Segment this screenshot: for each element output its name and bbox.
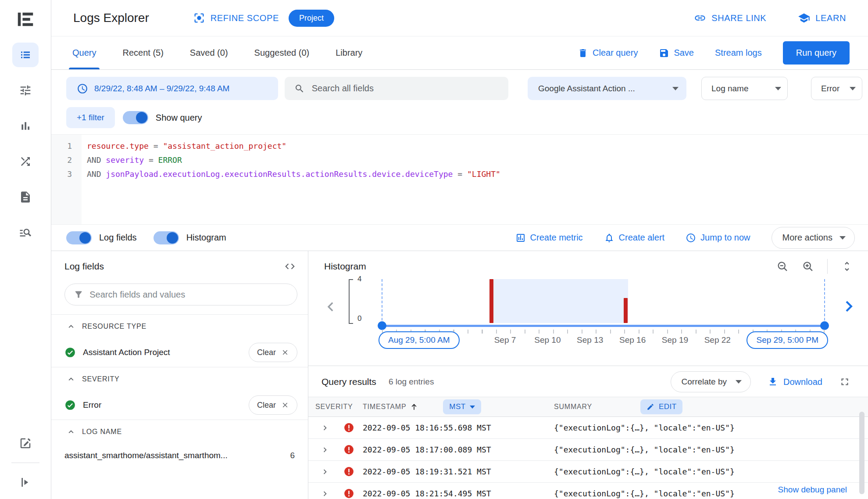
- log-name-dropdown[interactable]: Log name: [701, 77, 788, 100]
- severity-cell: [335, 488, 363, 499]
- search-all-fields-input[interactable]: [312, 83, 499, 93]
- row-summary: {"executionLog":{…}, "locale":"en-US"}: [554, 467, 868, 476]
- clear-query-button[interactable]: Clear query: [578, 48, 638, 58]
- zoom-in-button[interactable]: [802, 260, 814, 273]
- rail-item-compose[interactable]: [12, 431, 39, 456]
- column-severity[interactable]: SEVERITY: [315, 403, 363, 411]
- summary-column-label: SUMMARY: [554, 403, 592, 411]
- create-alert-button[interactable]: Create alert: [604, 233, 665, 243]
- correlate-by-dropdown[interactable]: Correlate by: [671, 371, 751, 392]
- x-tick-label: Sep 19: [662, 335, 688, 345]
- show-query-toggle[interactable]: [123, 111, 148, 124]
- tab-suggested[interactable]: Suggested (0): [241, 36, 323, 69]
- create-metric-button[interactable]: Create metric: [515, 233, 583, 243]
- column-timestamp[interactable]: TIMESTAMP MST: [363, 399, 554, 414]
- code-brackets-icon[interactable]: [284, 261, 296, 272]
- severity-dropdown[interactable]: Error: [811, 77, 862, 100]
- tab-recent[interactable]: Recent (5): [109, 36, 176, 69]
- histogram-toggle-label: Histogram: [186, 233, 226, 243]
- refine-scope-button[interactable]: REFINE SCOPE: [193, 12, 279, 24]
- top-bar-right: SHARE LINK LEARN: [694, 12, 846, 24]
- table-row[interactable]: 2022-09-05 18:19:31.521 MST {"executionL…: [308, 461, 868, 483]
- token-field: severity: [106, 155, 144, 165]
- expand-row-button[interactable]: [315, 489, 335, 499]
- expand-row-button[interactable]: [315, 445, 335, 455]
- left-nav-rail: [0, 0, 51, 499]
- chevron-down-icon: [672, 87, 679, 90]
- range-start-pill[interactable]: Aug 29, 5:00 AM: [379, 331, 460, 349]
- clear-filter-button[interactable]: Clear: [249, 343, 297, 362]
- rail-item-metrics[interactable]: [12, 114, 39, 138]
- token-enum: ERROR: [158, 155, 182, 165]
- histogram-plot[interactable]: [382, 279, 825, 323]
- section-resource-type[interactable]: RESOURCE TYPE: [51, 314, 308, 338]
- search-all-fields-box[interactable]: [285, 77, 508, 100]
- token-operator: =: [453, 169, 467, 179]
- tab-library[interactable]: Library: [322, 36, 375, 69]
- log-fields-toggle[interactable]: [66, 231, 92, 244]
- edit-label: EDIT: [659, 402, 676, 411]
- edit-summary-button[interactable]: EDIT: [640, 399, 682, 414]
- pan-left-button[interactable]: [323, 299, 338, 314]
- resource-filter-label: Google Assistant Action ...: [538, 84, 635, 93]
- learn-button[interactable]: LEARN: [798, 12, 846, 24]
- fields-search-input[interactable]: [89, 290, 288, 300]
- show-debug-panel-link[interactable]: Show debug panel: [775, 483, 850, 496]
- results-scrollbar[interactable]: [859, 412, 864, 494]
- query-editor[interactable]: 1 2 3 resource.type = "assistant_action_…: [51, 134, 868, 225]
- resource-filter-dropdown[interactable]: Google Assistant Action ...: [528, 77, 686, 100]
- slider-handle-end[interactable]: [820, 321, 829, 330]
- slider-handle-start[interactable]: [378, 321, 386, 330]
- more-actions-button[interactable]: More actions: [772, 227, 855, 249]
- add-filter-button[interactable]: +1 filter: [66, 107, 115, 128]
- range-end-pill[interactable]: Sep 29, 5:00 PM: [747, 331, 828, 349]
- table-row[interactable]: 2022-09-05 18:17:00.089 MST {"executionL…: [308, 439, 868, 461]
- section-log-name[interactable]: LOG NAME: [51, 420, 308, 443]
- expand-histogram-button[interactable]: [841, 260, 853, 273]
- x-tick-label: Sep 16: [619, 335, 646, 345]
- column-summary: SUMMARY EDIT: [554, 399, 868, 414]
- jump-to-now-button[interactable]: Jump to now: [686, 233, 750, 243]
- save-button[interactable]: Save: [659, 48, 694, 58]
- run-query-button[interactable]: Run query: [783, 41, 850, 65]
- panel-open-icon: [19, 476, 32, 489]
- error-severity-icon: [343, 488, 354, 499]
- create-alert-label: Create alert: [619, 233, 665, 243]
- expand-row-button[interactable]: [315, 423, 335, 433]
- tab-query[interactable]: Query: [59, 36, 109, 69]
- clear-filter-button[interactable]: Clear: [249, 395, 297, 415]
- download-button[interactable]: Download: [768, 377, 822, 387]
- stream-logs-button[interactable]: Stream logs: [715, 48, 762, 58]
- chevron-down-icon: [839, 236, 846, 240]
- histogram-toggle-group: Histogram: [154, 231, 226, 244]
- rail-item-log-analytics[interactable]: [12, 220, 39, 245]
- share-link-button[interactable]: SHARE LINK: [694, 12, 766, 24]
- row-summary: {"executionLog":{…}, "locale":"en-US"}: [554, 423, 868, 432]
- field-item-severity[interactable]: Error Clear: [51, 391, 308, 420]
- compose-edit-icon: [19, 437, 32, 450]
- query-code[interactable]: resource.type = "assistant_action_projec…: [82, 135, 868, 224]
- rail-item-log-router[interactable]: [12, 149, 39, 174]
- field-item-resource-type[interactable]: Assistant Action Project Clear: [51, 338, 308, 367]
- query-line-1: resource.type = "assistant_action_projec…: [87, 139, 868, 153]
- field-item-label: Assistant Action Project: [83, 348, 170, 357]
- rail-item-dashboard[interactable]: [12, 78, 39, 103]
- expand-row-button[interactable]: [315, 467, 335, 477]
- zoom-out-button[interactable]: [776, 260, 789, 273]
- fullscreen-button[interactable]: [839, 376, 850, 388]
- time-range-filter[interactable]: 8/29/22, 8:48 AM – 9/29/22, 9:48 AM: [66, 77, 278, 100]
- time-range-slider[interactable]: [382, 325, 825, 327]
- field-item-log-name[interactable]: assistant_smarthome/assistant_smarthom..…: [51, 443, 308, 468]
- sort-ascending-icon[interactable]: [410, 402, 418, 411]
- rail-item-logs-explorer[interactable]: [12, 43, 39, 67]
- tab-saved[interactable]: Saved (0): [177, 36, 241, 69]
- table-row[interactable]: 2022-09-05 18:16:55.698 MST {"executionL…: [308, 417, 868, 439]
- pan-right-button[interactable]: [840, 298, 857, 315]
- fields-search-box[interactable]: [64, 284, 297, 305]
- histogram-toggle[interactable]: [154, 231, 179, 244]
- expand-panel-button[interactable]: [12, 470, 39, 495]
- timezone-dropdown[interactable]: MST: [443, 399, 481, 414]
- project-scope-badge[interactable]: Project: [289, 10, 334, 27]
- section-severity[interactable]: SEVERITY: [51, 367, 308, 391]
- rail-item-log-storage[interactable]: [12, 185, 39, 209]
